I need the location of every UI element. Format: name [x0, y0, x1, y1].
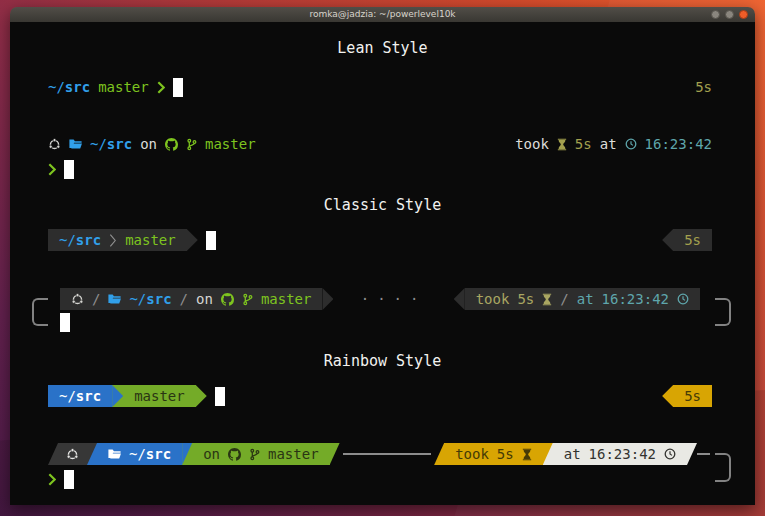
at-label: at	[600, 136, 617, 152]
on-label: on	[140, 136, 157, 152]
prompt-right: 5s	[662, 385, 712, 407]
block-cursor	[173, 78, 183, 97]
dir-path: ~/ src	[59, 232, 101, 248]
block-cursor	[215, 387, 225, 406]
prompt-chevron-icon	[157, 81, 165, 94]
slash-separator: /	[560, 291, 568, 307]
powerline-segment: / ~/ src / on maste	[60, 288, 322, 310]
hourglass-icon	[557, 138, 567, 151]
ubuntu-logo-icon	[71, 293, 84, 306]
on-label: on	[203, 446, 220, 462]
git-branch-icon	[242, 293, 253, 306]
time-value: 16:23:42	[645, 136, 712, 152]
minimize-button[interactable]	[711, 10, 720, 19]
folder-icon	[108, 293, 121, 305]
rainbow-prompt-2-line-1: ~/ src on master took 5s	[48, 443, 710, 465]
heading-label: Lean Style	[337, 39, 427, 57]
time-value: 16:23:42	[602, 291, 669, 307]
prompt-right: 5s	[695, 79, 712, 95]
dir-path: ~/ src	[90, 136, 132, 152]
connector-line	[343, 453, 432, 455]
dir-prefix: ~/	[90, 136, 107, 152]
dir-name: src	[76, 232, 101, 248]
duration-value: 5s	[684, 388, 701, 404]
classic-prompt-2-line-2	[60, 311, 70, 333]
prompt-frame-bracket-right	[715, 453, 731, 482]
segment-separator	[87, 443, 97, 465]
connector-dots: ····	[361, 291, 427, 307]
git-branch-name: master	[261, 291, 312, 307]
prompt-right: took 5s / at 16:23:42	[454, 288, 700, 310]
dir-prefix: ~/	[59, 232, 76, 248]
powerline-arrow	[187, 229, 198, 251]
segment-slant-end	[330, 443, 340, 465]
prompt-chevron-icon	[48, 163, 56, 176]
block-cursor	[206, 231, 216, 250]
clock-icon	[625, 138, 637, 150]
prompt-chevron-icon	[48, 473, 56, 486]
took-label: took	[476, 291, 510, 307]
maximize-button[interactable]	[725, 10, 734, 19]
dir-name: src	[146, 446, 171, 462]
terminal-screen[interactable]: Lean Style ~/ src master 5s	[10, 22, 755, 505]
segment-slant-start	[434, 443, 444, 465]
powerline-arrow	[454, 288, 465, 310]
took-label: took	[515, 136, 549, 152]
took-label: took	[455, 446, 489, 462]
segment-slant-end	[687, 443, 697, 465]
powerline-segment: 5s	[673, 229, 712, 251]
prompt-left: / ~/ src / on maste	[60, 288, 333, 310]
duration-value: 5s	[684, 232, 701, 248]
connector: ····	[333, 291, 453, 307]
at-label: at	[564, 446, 581, 462]
lean-prompt-1: ~/ src master 5s	[48, 76, 712, 98]
close-button[interactable]	[739, 10, 748, 19]
powerline-arrow	[662, 229, 673, 251]
rainbow-prompt-1: ~/ src master 5s	[48, 385, 712, 407]
prompt-left: ~/ src master	[48, 385, 225, 407]
prompt-right: took 5s at 16:23:42	[515, 136, 712, 152]
dir-path: ~/ src	[59, 388, 101, 404]
folder-icon	[108, 448, 121, 460]
powerline-segment: 5s	[673, 385, 712, 407]
powerline-segment: master	[123, 385, 196, 407]
duration-value: 5s	[575, 136, 592, 152]
window-title: romka@jadzia: ~/powerlevel10k	[10, 7, 755, 22]
ubuntu-logo-icon	[48, 138, 61, 151]
powerline-arrow	[196, 385, 207, 407]
segment-separator	[112, 385, 123, 407]
dir-name: src	[146, 291, 171, 307]
powerline-segment	[58, 443, 87, 465]
window-controls	[711, 10, 748, 19]
dir-path: ~/ src	[48, 79, 90, 95]
powerline-arrow	[662, 385, 673, 407]
git-branch-icon	[249, 448, 260, 461]
block-cursor	[64, 160, 74, 179]
connector-line	[697, 453, 710, 455]
thin-separator-icon	[109, 233, 117, 248]
on-label: on	[196, 291, 213, 307]
prompt-right: 5s	[662, 229, 712, 251]
dir-path: ~/ src	[129, 291, 171, 307]
section-heading-lean: Lean Style	[10, 37, 755, 59]
powerline-segment: took 5s / at 16:23:42	[465, 288, 700, 310]
prompt-left: ~/ src on master	[48, 136, 256, 152]
heading-label: Rainbow Style	[324, 352, 441, 370]
git-branch-icon	[186, 138, 197, 151]
slash-separator: /	[180, 291, 188, 307]
dir-name: src	[65, 79, 90, 95]
powerline-arrow	[322, 288, 333, 310]
segment-separator	[182, 443, 192, 465]
classic-prompt-1: ~/ src master 5s	[48, 229, 712, 251]
lean-prompt-2-line-1: ~/ src on master took 5s at	[48, 133, 712, 155]
duration-value: 5s	[517, 291, 534, 307]
slash-separator: /	[92, 291, 100, 307]
section-heading-rainbow: Rainbow Style	[10, 350, 755, 372]
powerline-segment: at 16:23:42	[553, 443, 687, 465]
git-branch-name: master	[268, 446, 319, 462]
prompt-left: ~/ src master	[48, 78, 183, 97]
git-branch-name: master	[125, 232, 176, 248]
dir-prefix: ~/	[48, 79, 65, 95]
prompt-frame-bracket-right	[715, 298, 731, 326]
window-titlebar[interactable]: romka@jadzia: ~/powerlevel10k	[10, 7, 755, 23]
